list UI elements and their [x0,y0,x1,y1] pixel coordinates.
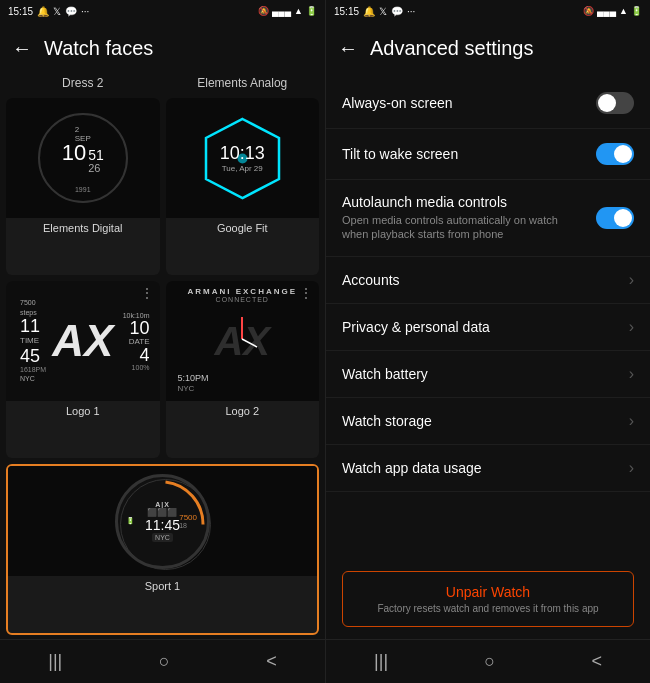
battery-icon-right: 🔋 [631,6,642,16]
tilt-wake-label: Tilt to wake screen [342,146,586,162]
battery-label: Watch battery [342,366,619,382]
storage-chevron: › [629,412,634,430]
unpair-section: Unpair Watch Factory resets watch and re… [326,559,650,639]
notification-icon: 🔔 [37,6,49,17]
wf-ed-secs: 26 [88,162,104,174]
mute-icon-right: 🔕 [583,6,594,16]
chat-icon: 💬 [65,6,77,17]
status-bar-right: 15:15 🔔 𝕏 💬 ··· 🔕 ▄▄▄ ▲ 🔋 [326,0,650,22]
settings-item-storage[interactable]: Watch storage › [326,398,650,445]
watch-face-preview-sport1: 🔋 A|X ⬛⬛⬛ 11:45 NYC 7500 18 [8,466,317,576]
wf-ed-hours: 10 [62,142,86,164]
chat-icon-right: 💬 [391,6,403,17]
page-title-left: Watch faces [44,37,153,60]
watch-face-label-sport1: Sport 1 [8,576,317,596]
settings-item-accounts[interactable]: Accounts › [326,257,650,304]
advanced-settings-header: ← Advanced settings [326,22,650,74]
wf-l2-time: 5:10PM [178,373,209,383]
wf-l2-city: NYC [178,384,195,393]
wf-ed-mins: 51 [88,148,104,162]
settings-item-battery[interactable]: Watch battery › [326,351,650,398]
always-on-label: Always-on screen [342,95,586,111]
watch-face-preview-logo2: ⋮ ARMANI EXCHANGE CONNECTED AX 5:10PM NY… [166,281,320,401]
page-title-right: Advanced settings [370,37,533,60]
watch-face-label-google-fit: Google Fit [166,218,320,238]
left-panel: 15:15 🔔 𝕏 💬 ··· 🔕 ▄▄▄ ▲ 🔋 ← Watch faces … [0,0,325,683]
data-usage-chevron: › [629,459,634,477]
nav-home-btn-left[interactable]: ○ [139,645,190,678]
right-panel: 15:15 🔔 𝕏 💬 ··· 🔕 ▄▄▄ ▲ 🔋 ← Advanced set… [325,0,650,683]
settings-item-autolaunch[interactable]: Autolaunch media controls Open media con… [326,180,650,257]
dots-icon: ··· [81,6,89,17]
always-on-knob [598,94,616,112]
tilt-wake-knob [614,145,632,163]
wf-s1-steps: 7500 18 [179,513,197,529]
unpair-sub: Factory resets watch and removes it from… [355,603,621,614]
watch-face-elements-digital[interactable]: 2SEP 10 51 26 1991 Elements Digital [6,98,160,275]
watch-face-label-logo2: Logo 2 [166,401,320,421]
signal-bars-icon-right: ▄▄▄ [597,6,616,16]
column-headers: Dress 2 Elements Analog [0,74,325,94]
watch-face-label-logo1: Logo 1 [6,401,160,421]
settings-item-tilt-wake[interactable]: Tilt to wake screen [326,129,650,180]
col-header-dress2: Dress 2 [6,74,160,92]
privacy-label: Privacy & personal data [342,319,619,335]
wf-l1-stats: 10k:10m 10 DATE 4 100% [123,312,150,371]
nav-home-btn-right[interactable]: ○ [464,645,515,678]
wf-l2-brand: ARMANI EXCHANGE [166,287,320,296]
watch-face-google-fit[interactable]: 10:13 Tue, Apr 29 Google Fit [166,98,320,275]
nav-back-btn-right[interactable]: < [571,645,622,678]
status-bar-left: 15:15 🔔 𝕏 💬 ··· 🔕 ▄▄▄ ▲ 🔋 [0,0,325,22]
settings-item-data-usage[interactable]: Watch app data usage › [326,445,650,492]
battery-chevron: › [629,365,634,383]
watch-face-logo1[interactable]: ⋮ 7500steps 11 TIME 45 1618PM NYC AX 10k… [6,281,160,458]
notification-icon-right: 🔔 [363,6,375,17]
wf-gf-date: Tue, Apr 29 [222,164,263,173]
battery-icon-left: 🔋 [306,6,317,16]
nav-back-btn-left[interactable]: < [246,645,297,678]
twitter-icon-right: 𝕏 [379,6,387,17]
wf-ed-date: 2SEP [75,125,91,143]
dots-icon-right: ··· [407,6,415,17]
watch-face-sport1[interactable]: 🔋 A|X ⬛⬛⬛ 11:45 NYC 7500 18 [6,464,319,635]
autolaunch-knob [614,209,632,227]
watch-face-preview-google-fit: 10:13 Tue, Apr 29 [166,98,320,218]
wf-l1-time: 7500steps 11 TIME 45 1618PM NYC [20,298,46,384]
back-button[interactable]: ← [12,37,32,60]
wf-gf-time: 10:13 [220,143,265,164]
bottom-nav-right: ||| ○ < [326,639,650,683]
unpair-watch-button[interactable]: Unpair Watch Factory resets watch and re… [342,571,634,627]
autolaunch-toggle[interactable] [596,207,634,229]
wifi-icon-right: ▲ [619,6,628,16]
nav-menu-btn-left[interactable]: ||| [28,645,82,678]
watch-faces-header: ← Watch faces [0,22,325,74]
nav-menu-btn-right[interactable]: ||| [354,645,408,678]
watch-face-label-elements-digital: Elements Digital [6,218,160,238]
settings-item-privacy[interactable]: Privacy & personal data › [326,304,650,351]
wf-l2-model: CONNECTED [166,296,320,303]
unpair-label: Unpair Watch [355,584,621,600]
settings-item-always-on[interactable]: Always-on screen [326,78,650,129]
watch-face-logo2[interactable]: ⋮ ARMANI EXCHANGE CONNECTED AX 5:10PM NY… [166,281,320,458]
accounts-chevron: › [629,271,634,289]
tilt-wake-toggle[interactable] [596,143,634,165]
privacy-chevron: › [629,318,634,336]
signal-bars-icon: ▄▄▄ [272,6,291,16]
data-usage-label: Watch app data usage [342,460,619,476]
wifi-icon-left: ▲ [294,6,303,16]
wf-ed-year: 1991 [75,186,91,193]
back-button-right[interactable]: ← [338,37,358,60]
wf-l1-ax: AX [52,319,113,363]
status-time-left: 15:15 [8,6,33,17]
always-on-toggle[interactable] [596,92,634,114]
autolaunch-sub: Open media controls automatically on wat… [342,213,586,242]
wf-s1-left-stats: 🔋 [126,517,135,525]
accounts-label: Accounts [342,272,619,288]
autolaunch-label: Autolaunch media controls [342,194,586,210]
watch-face-preview-elements-digital: 2SEP 10 51 26 1991 [6,98,160,218]
three-dots-logo1[interactable]: ⋮ [140,285,154,301]
watch-face-preview-logo1: ⋮ 7500steps 11 TIME 45 1618PM NYC AX 10k… [6,281,160,401]
watch-faces-grid: 2SEP 10 51 26 1991 Elements Digital [0,94,325,639]
bottom-nav-left: ||| ○ < [0,639,325,683]
svg-line-3 [242,339,257,347]
